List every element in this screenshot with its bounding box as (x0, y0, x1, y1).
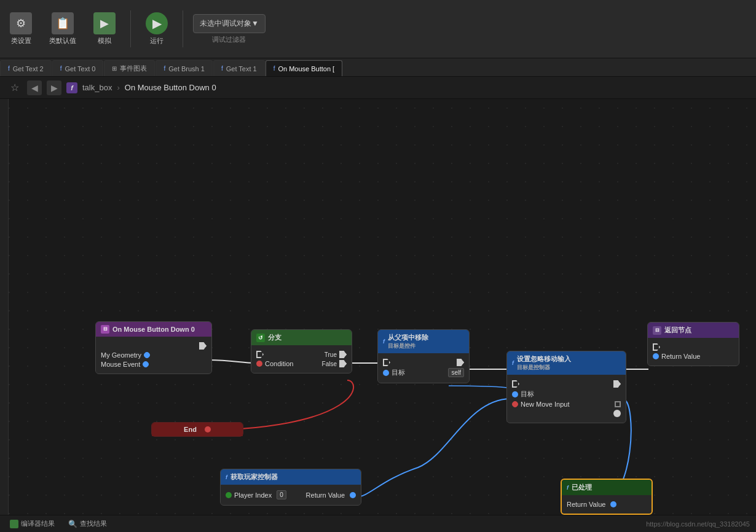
node-on-mouse-button-down[interactable]: ⊟ On Mouse Button Down 0 My Geometry Mou… (95, 321, 212, 374)
pin-condition-label: Condition (265, 360, 293, 367)
node-exec-out-row (101, 342, 207, 350)
node-target-row: 目标 self (383, 368, 464, 377)
pin-target-set[interactable] (512, 391, 518, 397)
pin-exec-right-set[interactable] (613, 410, 621, 417)
toolbar: ⚙ 类设置 📋 类默认值 ▶ 模拟 ▶ 运行 未选中调试对象▼ 调试过滤器 (0, 0, 756, 58)
connections-svg (0, 99, 756, 515)
node-my-geometry-row: My Geometry (101, 351, 207, 359)
node-return[interactable]: ⊟ 返回节点 Return Value (647, 322, 739, 366)
simulate-button[interactable]: ▶ 模拟 (89, 10, 120, 48)
node-title-remove: 从父项中移除 (388, 333, 428, 342)
pin-return-value-processed[interactable] (610, 501, 616, 507)
pin-new-move-input-checkbox[interactable] (615, 401, 621, 407)
pin-end-right[interactable] (205, 426, 211, 432)
compile-results-label: 编译器结果 (21, 519, 55, 528)
node-header-remove: f 从父项中移除 目标是控件 (378, 330, 469, 353)
node-body-branch: True Condition False (251, 345, 352, 373)
node-title-return: 返回节点 (664, 326, 691, 335)
node-remove-from-parent[interactable]: f 从父项中移除 目标是控件 目标 self (377, 329, 470, 383)
settings-icon: ⚙ (10, 12, 32, 34)
compile-results-button[interactable]: 编译器结果 (6, 518, 58, 530)
exec-in-pin-set[interactable] (512, 380, 519, 388)
node-processed[interactable]: f 已处理 Return Value (561, 479, 653, 515)
exec-in-pin-return[interactable] (653, 343, 660, 351)
breadcrumb-bar: ☆ ◀ ▶ f talk_box › On Mouse Button Down … (0, 77, 756, 99)
search-icon-sm: 🔍 (68, 520, 77, 528)
tab-get-text-2[interactable]: f Get Text 2 (0, 60, 52, 76)
run-button[interactable]: ▶ 运行 (141, 10, 173, 48)
pin-condition[interactable] (256, 361, 262, 367)
pin-return-value-player: Return Value (306, 491, 345, 499)
node-exec-in-return-row (653, 343, 734, 351)
exec-in-pin-remove[interactable] (383, 359, 390, 366)
pin-return-circle-player[interactable] (350, 492, 356, 498)
exec-true-pin[interactable] (339, 351, 347, 358)
node-branch[interactable]: ↺ 分支 True Condition False (251, 329, 352, 374)
back-button[interactable]: ◀ (27, 80, 42, 95)
player-index-val: 0 (277, 490, 286, 499)
tab-icon-event-graph: ⊞ (112, 65, 117, 72)
exec-in-pin-branch[interactable] (256, 351, 264, 358)
node-body-event: My Geometry Mouse Event (96, 337, 211, 374)
tab-get-brush-1[interactable]: f Get Brush 1 (156, 60, 212, 76)
separator2 (183, 10, 183, 47)
node-target-set-row: 目标 (512, 389, 621, 399)
node-body-return: Return Value (648, 338, 739, 366)
exec-false-pin[interactable] (339, 360, 347, 367)
node-set-input[interactable]: f 设置忽略移动输入 目标是控制器 目标 New Move Input (506, 351, 626, 423)
node-new-move-input-row: New Move Input (512, 401, 621, 408)
node-exec-in-row: True (256, 351, 347, 358)
node-end[interactable]: End (151, 422, 243, 437)
node-body-set-input: 目标 New Move Input (507, 375, 626, 423)
url-label: https://blog.csdn.net/qq_33182045 (646, 520, 750, 528)
find-results-button[interactable]: 🔍 查找结果 (65, 518, 111, 530)
node-exec-out-set-row2 (512, 410, 621, 417)
tab-event-graph[interactable]: ⊞ 事件图表 (104, 60, 155, 76)
pin-mouse-event[interactable] (143, 361, 149, 367)
debug-dropdown[interactable]: 未选中调试对象▼ (193, 14, 266, 33)
tab-get-text-1[interactable]: f Get Text 1 (213, 60, 265, 76)
blueprint-canvas[interactable]: ⊟ On Mouse Button Down 0 My Geometry Mou… (0, 99, 756, 515)
pin-mouse-event-label: Mouse Event (101, 361, 140, 368)
breadcrumb-arrow: › (117, 83, 119, 92)
node-mouse-event-row: Mouse Event (101, 361, 207, 368)
tabs-bar: f Get Text 2 f Get Text 0 ⊞ 事件图表 f Get B… (0, 58, 756, 77)
branch-true-label: True (325, 351, 337, 358)
tab-label-on-mouse-button: On Mouse Button [ (278, 65, 334, 72)
node-header-end: End (152, 423, 243, 436)
defaults-icon: 📋 (52, 12, 74, 34)
tab-on-mouse-button[interactable]: f On Mouse Button [ (266, 60, 343, 76)
tab-get-text-0[interactable]: f Get Text 0 (52, 60, 104, 76)
node-header-return: ⊟ 返回节点 (648, 323, 739, 338)
pin-my-geometry-label: My Geometry (101, 351, 141, 359)
pin-return-value[interactable] (653, 353, 659, 359)
pin-target-remove[interactable] (383, 370, 389, 376)
exec-out-pin-set[interactable] (613, 380, 621, 388)
forward-button[interactable]: ▶ (47, 80, 61, 95)
bottom-bar: 编译器结果 🔍 查找结果 https://blog.csdn.net/qq_33… (0, 515, 756, 532)
debug-section: 未选中调试对象▼ 调试过滤器 (193, 14, 266, 44)
breadcrumb-current: On Mouse Button Down 0 (125, 83, 216, 92)
tab-icon-get-text-0: f (60, 65, 62, 72)
node-header-event: ⊟ On Mouse Button Down 0 (96, 322, 211, 337)
tab-icon-get-text-1: f (221, 65, 223, 72)
exec-out-pin-remove[interactable] (457, 359, 464, 366)
node-title-event: On Mouse Button Down 0 (112, 326, 195, 333)
pin-player-index[interactable] (226, 492, 232, 498)
node-exec-in-remove-row (383, 359, 464, 366)
exec-out-pin[interactable] (199, 342, 207, 350)
node-body-get-player: Player Index 0 Return Value (221, 485, 361, 505)
pin-target-set-label: 目标 (521, 389, 534, 399)
defaults-button[interactable]: 📋 类默认值 (44, 10, 81, 48)
node-header-branch: ↺ 分支 (251, 330, 352, 345)
tab-label-get-text-2: Get Text 2 (13, 65, 44, 72)
tab-label-event-graph: 事件图表 (120, 64, 147, 73)
tab-label-get-text-1: Get Text 1 (226, 65, 257, 72)
settings-button[interactable]: ⚙ 类设置 (5, 10, 37, 48)
node-exec-in-set-row (512, 380, 621, 388)
pin-new-move-input[interactable] (512, 401, 518, 407)
debug-dropdown-label: 未选中调试对象▼ (200, 18, 259, 29)
node-get-player-controller[interactable]: f 获取玩家控制器 Player Index 0 Return Value (220, 469, 361, 506)
pin-my-geometry[interactable] (144, 352, 150, 358)
star-button[interactable]: ☆ (7, 80, 22, 95)
